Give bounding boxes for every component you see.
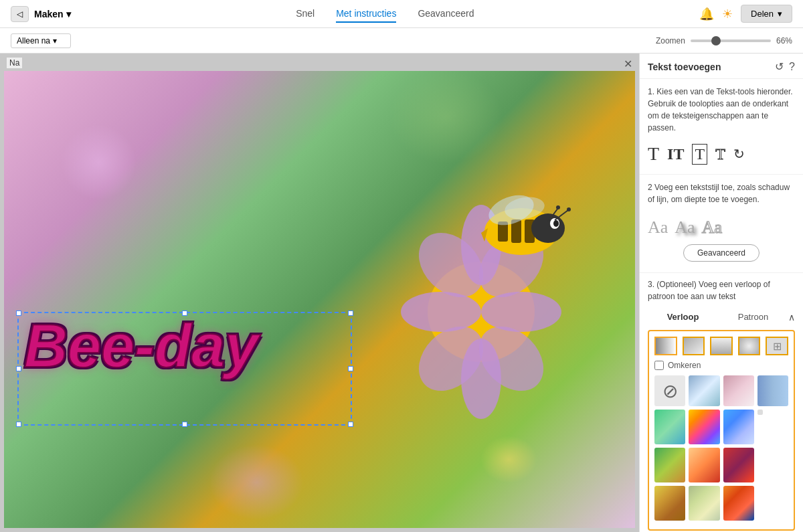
back-icon: ◁	[17, 9, 23, 19]
swatch-row-3	[654, 448, 788, 482]
alleen-na-chevron: ▾	[53, 36, 57, 46]
svg-point-15	[553, 220, 559, 227]
swatch-g3[interactable]	[757, 375, 788, 406]
swatch-none[interactable]	[654, 375, 685, 406]
swatch-g10[interactable]	[654, 486, 685, 521]
canvas-image[interactable]: Bee-day	[4, 71, 635, 528]
svg-point-21	[567, 207, 571, 211]
undo-button[interactable]: ↺	[775, 60, 784, 73]
tab-met-instructies[interactable]: Met instructies	[336, 5, 396, 23]
step1-text: 1. Kies een van de Tekst-tools hieronder…	[648, 86, 795, 134]
rotate-icon[interactable]: ↻	[733, 146, 745, 162]
step2-text: 2 Voeg een tekststijl toe, zoals schaduw…	[648, 181, 795, 205]
advanced-button[interactable]: Geavanceerd	[683, 244, 760, 262]
swatch-g9[interactable]	[723, 448, 754, 482]
second-bar: Alleen na ▾ Zoomen 66%	[0, 28, 803, 54]
bee-day-text[interactable]: Bee-day	[24, 312, 258, 381]
panel-title: Tekst toevoegen	[648, 62, 721, 72]
main-area: Na ✕ Bee-day	[0, 54, 803, 532]
style-options-row: Aa Aa Aa	[648, 212, 795, 240]
zoom-value: 66%	[776, 36, 792, 46]
delen-button[interactable]: Delen ▾	[741, 5, 792, 23]
style-outline[interactable]: Aa	[702, 217, 722, 238]
nav-right: 🔔 ☀ Delen ▾	[699, 5, 792, 23]
canvas-area: Na ✕ Bee-day	[0, 54, 639, 532]
omkeren-row: Omkeren	[654, 361, 788, 370]
tab-geavanceerd[interactable]: Geavanceerd	[418, 5, 474, 23]
tab-verloop[interactable]: Verloop	[648, 309, 718, 325]
omkeren-label: Omkeren	[668, 361, 701, 370]
swatch-g2[interactable]	[723, 375, 754, 406]
nav-tabs: Snel Met instructies Geavanceerd	[76, 5, 694, 23]
delen-label: Delen	[751, 9, 774, 19]
tab-patroon[interactable]: Patroon	[718, 309, 788, 325]
delen-chevron: ▾	[778, 9, 782, 19]
swatch-row-2	[654, 410, 788, 444]
panel-header: Tekst toevoegen ↺ ?	[640, 54, 803, 79]
text-tools-row: T IT T T ↻	[648, 141, 795, 167]
svg-point-20	[556, 205, 560, 209]
gradient-tabs: Verloop Patroon ∧	[648, 309, 795, 325]
swatch-g11[interactable]	[689, 486, 719, 521]
step3-section: 3. (Optioneel) Voeg een verloop of patro…	[640, 273, 803, 532]
alleen-na-label: Alleen na	[17, 36, 50, 46]
zoom-label: Zoomen	[656, 36, 685, 46]
tab-snel[interactable]: Snel	[296, 5, 315, 23]
gradient-chevron[interactable]: ∧	[788, 312, 795, 323]
swatch-g5[interactable]	[689, 410, 719, 444]
maken-menu[interactable]: Maken ▾	[34, 9, 71, 19]
swatch-g4[interactable]	[654, 410, 685, 444]
svg-point-4	[481, 292, 561, 332]
svg-point-3	[401, 292, 481, 332]
gradient-type-linear-45[interactable]	[683, 337, 705, 355]
swatch-g12[interactable]	[723, 486, 754, 521]
swatch-g7[interactable]	[654, 448, 685, 482]
step1-section: 1. Kies een van de Tekst-tools hieronder…	[640, 79, 803, 175]
svg-point-13	[531, 213, 565, 243]
zoom-slider[interactable]	[691, 39, 771, 42]
panel-icons: ↺ ?	[775, 60, 795, 73]
maken-label: Maken	[34, 9, 64, 19]
text-tool-serif[interactable]: IT	[667, 145, 684, 163]
swatch-g1[interactable]	[689, 375, 719, 406]
gradient-type-cross[interactable]: ⊞	[766, 337, 788, 355]
maken-chevron: ▾	[66, 9, 71, 19]
style-shadow[interactable]: Aa	[675, 217, 695, 238]
step2-section: 2 Voeg een tekststijl toe, zoals schaduw…	[640, 175, 803, 273]
step3-text: 3. (Optioneel) Voeg een verloop of patro…	[648, 278, 795, 302]
scrollbar-thumb	[757, 410, 763, 415]
gradient-type-linear-h[interactable]	[654, 337, 677, 355]
top-nav: ◁ Maken ▾ Snel Met instructies Geavancee…	[0, 0, 803, 28]
swatch-row-1	[654, 375, 788, 406]
svg-line-19	[555, 210, 568, 220]
gradient-type-radial[interactable]	[738, 337, 761, 355]
canvas-label: Na	[7, 58, 22, 68]
gradient-type-linear-v[interactable]	[710, 337, 733, 355]
gradient-types: ⊞	[654, 337, 788, 355]
alleen-na-select[interactable]: Alleen na ▾	[11, 33, 71, 48]
right-panel: Tekst toevoegen ↺ ? 1. Kies een van de T…	[639, 54, 803, 532]
swatch-g8[interactable]	[689, 448, 719, 482]
back-button[interactable]: ◁	[11, 6, 29, 22]
bee-svg	[341, 111, 622, 446]
zoom-area: Zoomen 66%	[656, 36, 792, 46]
bell-icon[interactable]: 🔔	[699, 7, 714, 21]
text-tool-outline[interactable]: T	[715, 145, 725, 163]
text-tool-plain[interactable]: T	[648, 143, 659, 165]
style-plain[interactable]: Aa	[648, 217, 668, 238]
gradient-box: ⊞ Omkeren	[648, 330, 795, 531]
close-button[interactable]: ✕	[624, 58, 632, 70]
sun-icon[interactable]: ☀	[722, 7, 733, 21]
omkeren-checkbox[interactable]	[654, 361, 664, 370]
help-button[interactable]: ?	[789, 60, 795, 73]
swatch-g6[interactable]	[723, 410, 754, 444]
swatch-row-4	[654, 486, 788, 521]
text-tool-box[interactable]: T	[692, 144, 707, 165]
bee-image	[341, 111, 622, 446]
